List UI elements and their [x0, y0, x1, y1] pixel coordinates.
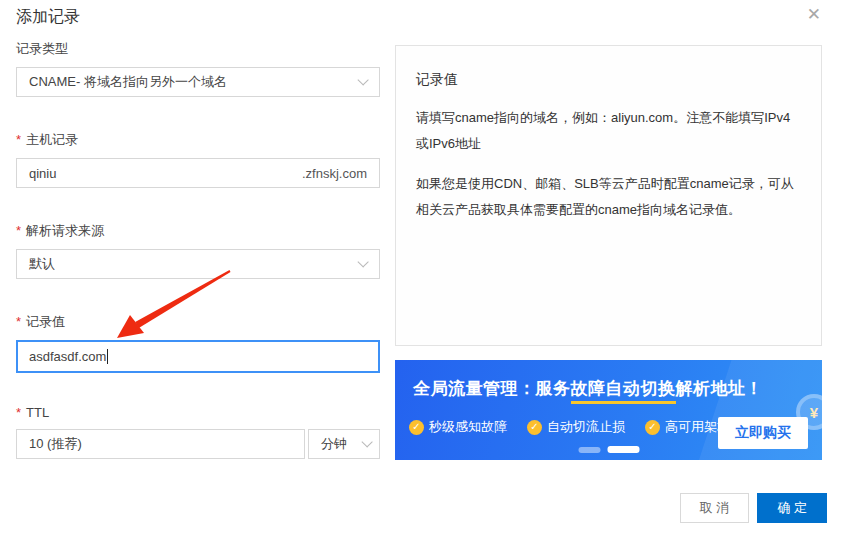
required-asterisk: * [16, 223, 21, 238]
help-panel: 记录值 请填写cname指向的域名，例如：aliyun.com。注意不能填写IP… [395, 45, 822, 346]
required-asterisk: * [16, 132, 21, 147]
field-record-type: 记录类型 CNAME- 将域名指向另外一个域名 [16, 40, 380, 97]
banner-title-post: 解析地址！ [676, 379, 764, 398]
field-host-record: *主机记录 qiniu .zfnskj.com [16, 131, 380, 188]
chevron-down-icon [357, 256, 368, 267]
resolution-line-label: *解析请求来源 [16, 222, 380, 240]
help-paragraph-2: 如果您是使用CDN、邮箱、SLB等云产品时配置cname记录，可从相关云产品获取… [416, 171, 801, 223]
carousel-dot[interactable] [578, 447, 600, 453]
banner-title-pre: 全局流量管理：服务 [413, 379, 571, 398]
feature-item: ✓自动切流止损 [527, 418, 625, 436]
field-resolution-line: *解析请求来源 默认 [16, 222, 380, 279]
ttl-label-text: TTL [26, 405, 49, 420]
record-value-label: *记录值 [16, 313, 380, 331]
record-type-value: CNAME- 将域名指向另外一个域名 [29, 73, 227, 91]
record-type-label: 记录类型 [16, 40, 380, 58]
confirm-button[interactable]: 确 定 [757, 493, 827, 523]
record-type-label-text: 记录类型 [16, 41, 68, 56]
carousel-dot-active[interactable] [607, 446, 639, 453]
required-asterisk: * [16, 405, 21, 420]
dialog-title: 添加记录 [16, 7, 80, 28]
host-record-label: *主机记录 [16, 131, 380, 149]
feature-item: ✓秒级感知故障 [409, 418, 507, 436]
resolution-line-select[interactable]: 默认 [16, 249, 380, 279]
host-record-label-text: 主机记录 [26, 132, 78, 147]
close-icon[interactable]: ✕ [807, 6, 821, 23]
record-value-input[interactable]: asdfasdf.com [16, 340, 380, 373]
field-ttl: *TTL 10 (推荐) 分钟 [16, 405, 380, 459]
banner-title-underlined: 故障自动切换 [571, 379, 676, 404]
resolution-line-label-text: 解析请求来源 [26, 223, 104, 238]
carousel-dots [578, 446, 639, 453]
required-asterisk: * [16, 314, 21, 329]
buy-now-button[interactable]: 立即购买 [718, 417, 808, 449]
field-record-value: *记录值 asdfasdf.com [16, 313, 380, 373]
promo-banner: ¥ 全局流量管理：服务故障自动切换解析地址！ ✓秒级感知故障 ✓自动切流止损 ✓… [395, 360, 822, 460]
record-value-label-text: 记录值 [26, 314, 65, 329]
resolution-line-value: 默认 [29, 255, 55, 273]
add-record-dialog: 添加记录 ✕ 记录类型 CNAME- 将域名指向另外一个域名 *主机记录 qin… [0, 0, 843, 534]
check-icon: ✓ [409, 420, 424, 435]
chevron-down-icon [361, 436, 372, 447]
ttl-unit-select[interactable]: 分钟 [308, 429, 380, 459]
check-icon: ✓ [645, 420, 660, 435]
help-heading: 记录值 [416, 71, 801, 89]
ttl-unit-value: 分钟 [321, 435, 347, 453]
feature-label: 自动切流止损 [547, 418, 625, 436]
ttl-row: 10 (推荐) 分钟 [16, 429, 380, 459]
banner-title: 全局流量管理：服务故障自动切换解析地址！ [413, 377, 763, 400]
feature-label: 秒级感知故障 [429, 418, 507, 436]
help-paragraph-1: 请填写cname指向的域名，例如：aliyun.com。注意不能填写IPv4或I… [416, 105, 801, 157]
host-record-value: qiniu [29, 166, 56, 181]
ttl-value-input[interactable]: 10 (推荐) [16, 429, 305, 459]
record-form: 记录类型 CNAME- 将域名指向另外一个域名 *主机记录 qiniu .zfn… [16, 40, 380, 459]
text-caret [107, 349, 108, 364]
chevron-down-icon [357, 74, 368, 85]
cancel-button[interactable]: 取 消 [680, 493, 750, 523]
host-record-input[interactable]: qiniu .zfnskj.com [16, 158, 380, 188]
record-value-text: asdfasdf.com [29, 349, 106, 364]
dialog-footer: 取 消 确 定 [680, 493, 827, 523]
domain-suffix: .zfnskj.com [302, 166, 367, 181]
check-icon: ✓ [527, 420, 542, 435]
ttl-value-text: 10 (推荐) [29, 435, 82, 453]
banner-features: ✓秒级感知故障 ✓自动切流止损 ✓高可用架构必用 [409, 418, 756, 436]
ttl-label: *TTL [16, 405, 380, 420]
record-type-select[interactable]: CNAME- 将域名指向另外一个域名 [16, 67, 380, 97]
